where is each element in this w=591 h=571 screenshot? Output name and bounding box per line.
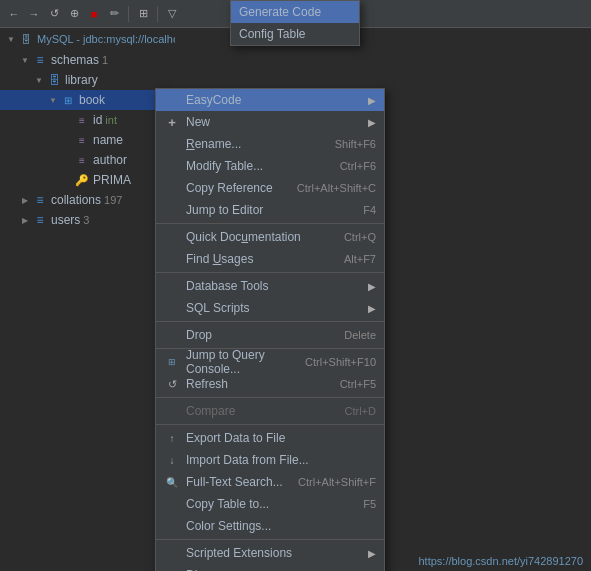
separator-6 bbox=[156, 424, 384, 425]
menu-item-diagrams[interactable]: ⊞ Diagrams ▶ bbox=[156, 564, 384, 571]
library-label: library bbox=[65, 73, 98, 87]
toolbar-separator-2 bbox=[157, 6, 158, 22]
copy-reference-label: Copy Reference bbox=[186, 181, 291, 195]
copy-table-icon bbox=[164, 496, 180, 512]
collations-count: 197 bbox=[104, 194, 122, 206]
book-icon: ⊞ bbox=[60, 92, 76, 108]
main-panel: 🗄 MySQL - jdbc:mysql://localhost:3306/li… bbox=[0, 28, 591, 571]
author-label: author bbox=[93, 153, 127, 167]
fulltext-shortcut: Ctrl+Alt+Shift+F bbox=[298, 476, 376, 488]
schemas-count: 1 bbox=[102, 54, 108, 66]
menu-item-copy-table[interactable]: Copy Table to... F5 bbox=[156, 493, 384, 515]
separator-7 bbox=[156, 539, 384, 540]
name-icon: ≡ bbox=[74, 132, 90, 148]
color-settings-label: Color Settings... bbox=[186, 519, 376, 533]
edit-icon[interactable]: ✏ bbox=[106, 6, 122, 22]
menu-item-fulltext[interactable]: 🔍 Full-Text Search... Ctrl+Alt+Shift+F bbox=[156, 471, 384, 493]
easycode-arrow: ▶ bbox=[368, 95, 376, 106]
primary-icon: 🔑 bbox=[74, 172, 90, 188]
scripted-ext-arrow: ▶ bbox=[368, 548, 376, 559]
new-arrow: ▶ bbox=[368, 117, 376, 128]
refresh-icon[interactable]: ↺ bbox=[46, 6, 62, 22]
tree-item-author[interactable]: ≡ author bbox=[0, 150, 175, 170]
menu-item-quick-doc[interactable]: Quick Documentation Ctrl+Q bbox=[156, 226, 384, 248]
schemas-icon: ≡ bbox=[32, 52, 48, 68]
id-icon: ≡ bbox=[74, 112, 90, 128]
tree-item-id[interactable]: ≡ id int bbox=[0, 110, 175, 130]
rename-shortcut: Shift+F6 bbox=[335, 138, 376, 150]
tree-item-primary[interactable]: 🔑 PRIMA bbox=[0, 170, 175, 190]
menu-item-drop[interactable]: Drop Delete bbox=[156, 324, 384, 346]
tree-item-library[interactable]: 🗄 library bbox=[0, 70, 175, 90]
separator-3 bbox=[156, 321, 384, 322]
menu-item-easycode[interactable]: EasyCode ▶ bbox=[156, 89, 384, 111]
menu-item-scripted-ext[interactable]: Scripted Extensions ▶ bbox=[156, 542, 384, 564]
tree-item-schemas[interactable]: ≡ schemas 1 bbox=[0, 50, 175, 70]
config-table-label: Config Table bbox=[239, 27, 351, 41]
menu-item-export[interactable]: ↑ Export Data to File bbox=[156, 427, 384, 449]
menu-item-refresh[interactable]: ↺ Refresh Ctrl+F5 bbox=[156, 373, 384, 395]
tree-item-book[interactable]: ⊞ book bbox=[0, 90, 175, 110]
tree-item-name[interactable]: ≡ name bbox=[0, 130, 175, 150]
menu-item-compare[interactable]: Compare Ctrl+D bbox=[156, 400, 384, 422]
scripted-ext-label: Scripted Extensions bbox=[186, 546, 362, 560]
refresh-label: Refresh bbox=[186, 377, 334, 391]
refresh-shortcut: Ctrl+F5 bbox=[340, 378, 376, 390]
menu-item-database-tools[interactable]: Database Tools ▶ bbox=[156, 275, 384, 297]
filter-icon[interactable]: ▽ bbox=[164, 6, 180, 22]
import-icon: ↓ bbox=[164, 452, 180, 468]
users-label: users bbox=[51, 213, 80, 227]
modify-table-label: Modify Table... bbox=[186, 159, 334, 173]
collations-arrow bbox=[18, 193, 32, 207]
name-label: name bbox=[93, 133, 123, 147]
tree-item-users[interactable]: ≡ users 3 bbox=[0, 210, 175, 230]
schemas-label: schemas bbox=[51, 53, 99, 67]
export-icon: ↑ bbox=[164, 430, 180, 446]
easycode-icon bbox=[164, 92, 180, 108]
refresh-menu-icon: ↺ bbox=[164, 376, 180, 392]
stop-icon[interactable]: ■ bbox=[86, 6, 102, 22]
forward-icon[interactable]: → bbox=[26, 6, 42, 22]
copy-table-shortcut: F5 bbox=[363, 498, 376, 510]
separator-5 bbox=[156, 397, 384, 398]
menu-item-jump-editor[interactable]: Jump to Editor F4 bbox=[156, 199, 384, 221]
copy-reference-shortcut: Ctrl+Alt+Shift+C bbox=[297, 182, 376, 194]
fulltext-icon: 🔍 bbox=[164, 474, 180, 490]
menu-item-find-usages[interactable]: Find Usages Alt+F7 bbox=[156, 248, 384, 270]
context-menu: EasyCode ▶ + New ▶ Rename... Shift+F6 Mo… bbox=[155, 88, 385, 571]
grid-icon[interactable]: ⊞ bbox=[135, 6, 151, 22]
submenu-config-table[interactable]: Config Table bbox=[231, 23, 359, 45]
back-icon[interactable]: ← bbox=[6, 6, 22, 22]
copy-reference-icon bbox=[164, 180, 180, 196]
menu-item-sql-scripts[interactable]: SQL Scripts ▶ bbox=[156, 297, 384, 319]
tree-item-collations[interactable]: ≡ collations 197 bbox=[0, 190, 175, 210]
library-arrow bbox=[32, 73, 46, 87]
compare-label: Compare bbox=[186, 404, 339, 418]
menu-item-import[interactable]: ↓ Import Data from File... bbox=[156, 449, 384, 471]
connection-item[interactable]: 🗄 MySQL - jdbc:mysql://localhost:3306/li… bbox=[0, 28, 175, 50]
menu-item-rename[interactable]: Rename... Shift+F6 bbox=[156, 133, 384, 155]
drop-label: Drop bbox=[186, 328, 338, 342]
book-label: book bbox=[79, 93, 105, 107]
menu-item-jump-query[interactable]: ⊞ Jump to Query Console... Ctrl+Shift+F1… bbox=[156, 351, 384, 373]
quick-doc-icon bbox=[164, 229, 180, 245]
drop-icon bbox=[164, 327, 180, 343]
collations-label: collations bbox=[51, 193, 101, 207]
submenu-generate-code[interactable]: Generate Code bbox=[231, 1, 359, 23]
add-icon[interactable]: ⊕ bbox=[66, 6, 82, 22]
jump-editor-icon bbox=[164, 202, 180, 218]
database-tools-label: Database Tools bbox=[186, 279, 362, 293]
menu-item-color-settings[interactable]: Color Settings... bbox=[156, 515, 384, 537]
jump-query-icon: ⊞ bbox=[164, 354, 180, 370]
author-icon: ≡ bbox=[74, 152, 90, 168]
tree-panel: 🗄 MySQL - jdbc:mysql://localhost:3306/li… bbox=[0, 28, 175, 571]
menu-item-new[interactable]: + New ▶ bbox=[156, 111, 384, 133]
quick-doc-shortcut: Ctrl+Q bbox=[344, 231, 376, 243]
menu-item-modify-table[interactable]: Modify Table... Ctrl+F6 bbox=[156, 155, 384, 177]
menu-item-copy-reference[interactable]: Copy Reference Ctrl+Alt+Shift+C bbox=[156, 177, 384, 199]
users-icon: ≡ bbox=[32, 212, 48, 228]
scripted-ext-icon bbox=[164, 545, 180, 561]
jump-query-label: Jump to Query Console... bbox=[186, 348, 299, 376]
connection-arrow bbox=[4, 32, 18, 46]
find-usages-label: Find Usages bbox=[186, 252, 338, 266]
